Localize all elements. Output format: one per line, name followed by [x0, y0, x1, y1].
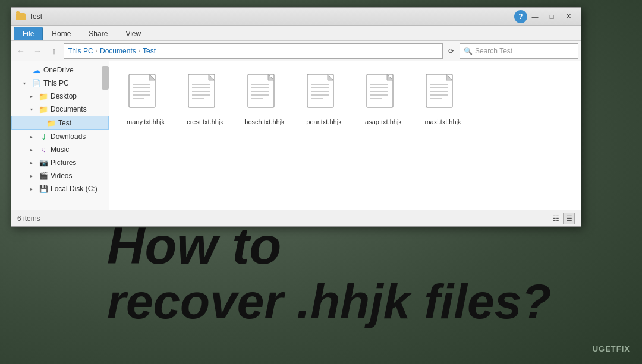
file-icon: [364, 73, 402, 116]
title-bar-icon: [16, 12, 26, 21]
forward-button[interactable]: →: [30, 44, 45, 58]
list-item[interactable]: pear.txt.hhjk: [297, 71, 351, 128]
file-name: maxi.txt.hhjk: [424, 118, 461, 125]
search-icon: 🔍: [464, 47, 473, 55]
svg-rect-16: [251, 84, 269, 85]
file-icon: [424, 73, 462, 116]
watermark: UGETFIX: [593, 344, 630, 353]
overlay-text: How to recover .hhjk files?: [107, 217, 551, 328]
explorer-window: Test ? — □ ✕ File Home Share View ← → ↑ …: [11, 7, 581, 227]
svg-rect-38: [430, 87, 448, 88]
chevron-localdisk: [30, 186, 36, 192]
file-name: many.txt.hhjk: [127, 118, 165, 125]
list-item[interactable]: bosch.txt.hhjk: [238, 71, 291, 128]
sidebar-item-music[interactable]: ♫ Music: [11, 143, 109, 156]
tab-file[interactable]: File: [14, 27, 43, 40]
list-item[interactable]: many.txt.hhjk: [119, 71, 172, 128]
sidebar-item-test[interactable]: 📁 Test: [11, 116, 109, 130]
sidebar: ☁ OneDrive 📄 This PC 📁 Desktop 📁 Documen…: [11, 61, 109, 210]
tab-home[interactable]: Home: [43, 27, 80, 40]
sidebar-item-desktop[interactable]: 📁 Desktop: [11, 90, 109, 103]
file-name: crest.txt.hhjk: [187, 118, 224, 125]
sidebar-label-videos: Videos: [51, 172, 72, 180]
address-sep2: ›: [139, 48, 140, 54]
address-this-pc[interactable]: This PC: [68, 47, 93, 55]
address-test[interactable]: Test: [143, 47, 156, 55]
title-bar: Test ? — □ ✕: [11, 8, 581, 26]
maximize-button[interactable]: □: [544, 11, 559, 23]
file-icon: [305, 73, 343, 116]
svg-rect-32: [370, 91, 388, 92]
sidebar-label-documents: Documents: [51, 105, 87, 113]
main-area: ☁ OneDrive 📄 This PC 📁 Desktop 📁 Documen…: [11, 61, 581, 210]
svg-rect-13: [192, 98, 204, 99]
sidebar-label-downloads: Downloads: [51, 132, 86, 141]
desktop-icon: 📁: [39, 91, 48, 101]
svg-rect-3: [133, 87, 150, 88]
up-button[interactable]: ↑: [47, 44, 61, 58]
sidebar-item-documents[interactable]: 📁 Documents: [11, 103, 109, 116]
back-button[interactable]: ←: [14, 44, 28, 58]
sidebar-label-pictures: Pictures: [51, 159, 76, 167]
svg-rect-4: [133, 91, 150, 92]
svg-rect-34: [370, 98, 382, 99]
chevron-thispc: [23, 81, 29, 86]
svg-rect-27: [311, 98, 323, 99]
localdisk-icon: 💾: [39, 184, 48, 194]
chevron-downloads: [30, 134, 36, 140]
list-item[interactable]: crest.txt.hhjk: [178, 71, 232, 128]
view-buttons: ☷ ☰: [550, 213, 575, 224]
sidebar-item-videos[interactable]: 🎬 Videos: [11, 169, 109, 182]
status-bar: 6 items ☷ ☰: [11, 210, 581, 226]
sidebar-label-desktop: Desktop: [51, 92, 77, 100]
title-controls: — □ ✕: [527, 11, 576, 23]
view-btn-grid[interactable]: ☷: [550, 213, 562, 224]
chevron-documents: [30, 107, 36, 112]
window-title: Test: [29, 12, 512, 21]
tab-view[interactable]: View: [117, 27, 150, 40]
svg-rect-25: [311, 91, 329, 92]
thispc-icon: 📄: [32, 78, 41, 88]
svg-rect-37: [430, 84, 448, 85]
address-documents[interactable]: Documents: [100, 47, 136, 55]
file-name: asap.txt.hhjk: [365, 118, 402, 125]
sidebar-label-thispc: This PC: [43, 79, 69, 87]
svg-rect-19: [251, 94, 269, 96]
svg-rect-39: [430, 91, 448, 92]
sidebar-item-thispc[interactable]: 📄 This PC: [11, 77, 109, 90]
svg-rect-23: [311, 84, 329, 85]
chevron-music: [30, 147, 36, 153]
sidebar-item-localdisk[interactable]: 💾 Local Disk (C:): [11, 182, 109, 195]
scroll-bar[interactable]: [102, 66, 109, 90]
chevron-pictures: [30, 160, 36, 166]
svg-rect-12: [192, 94, 210, 96]
music-icon: ♫: [39, 145, 48, 154]
svg-rect-17: [251, 87, 269, 88]
sidebar-label-localdisk: Local Disk (C:): [51, 185, 97, 193]
svg-rect-5: [133, 94, 150, 96]
svg-rect-33: [370, 94, 388, 96]
sidebar-item-pictures[interactable]: 📷 Pictures: [11, 156, 109, 169]
svg-rect-9: [192, 84, 210, 85]
title-folder-icon: [16, 13, 26, 20]
overlay-line2: recover .hhjk files?: [107, 275, 551, 328]
svg-rect-26: [311, 94, 329, 96]
svg-rect-20: [251, 98, 263, 99]
minimize-button[interactable]: —: [527, 11, 543, 23]
list-item[interactable]: maxi.txt.hhjk: [416, 71, 470, 128]
view-btn-list[interactable]: ☰: [563, 213, 575, 224]
address-bar[interactable]: This PC › Documents › Test: [64, 43, 443, 59]
help-button[interactable]: ?: [514, 10, 527, 23]
file-area: many.txt.hhjk crest.txt.hhjk: [109, 61, 581, 210]
sidebar-item-downloads[interactable]: ⇓ Downloads: [11, 130, 109, 143]
file-icon: [246, 73, 284, 116]
pictures-icon: 📷: [39, 158, 48, 167]
search-bar[interactable]: 🔍 Search Test: [460, 43, 578, 59]
tab-share[interactable]: Share: [80, 27, 117, 40]
refresh-button[interactable]: ⟳: [445, 45, 457, 57]
list-item[interactable]: asap.txt.hhjk: [357, 71, 410, 128]
sidebar-item-onedrive[interactable]: ☁ OneDrive: [11, 64, 109, 77]
close-button[interactable]: ✕: [561, 11, 576, 23]
svg-rect-18: [251, 91, 269, 92]
svg-rect-31: [370, 87, 388, 88]
